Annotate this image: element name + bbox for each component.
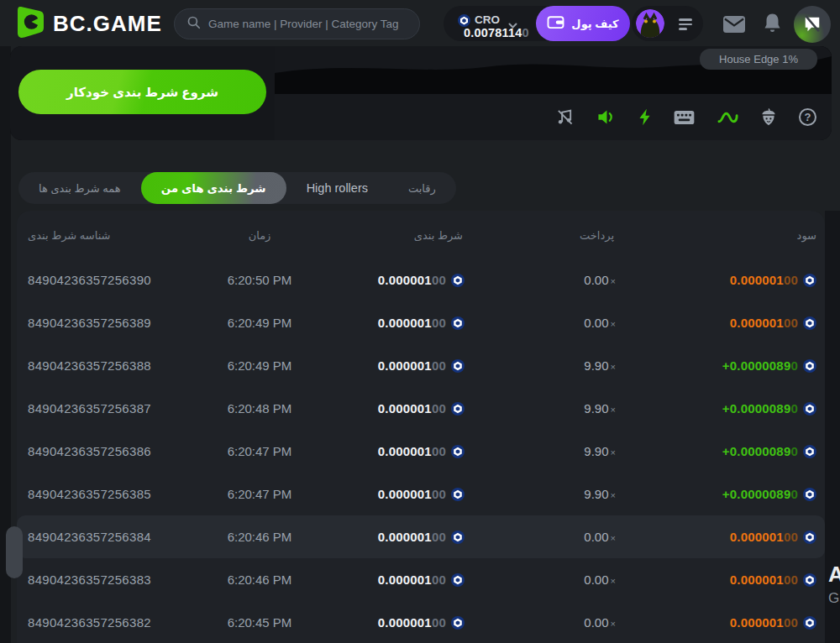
table-row[interactable]: 84904236357256382 6:20:45 PM 0.00000100 … bbox=[17, 601, 825, 643]
cro-coin-icon bbox=[451, 316, 465, 330]
house-edge-badge: House Edge 1% bbox=[700, 49, 817, 70]
search-input[interactable] bbox=[208, 18, 407, 30]
col-payout: پرداخت bbox=[580, 211, 614, 259]
bet-time: 6:20:47 PM bbox=[192, 473, 327, 515]
bet-time: 6:20:46 PM bbox=[192, 515, 327, 558]
game-search[interactable] bbox=[174, 8, 420, 39]
cro-coin-icon bbox=[803, 445, 816, 458]
autobet-section: شروع شرط بندی خودکار bbox=[10, 46, 275, 140]
bet-id: 84904236357256389 bbox=[28, 301, 151, 344]
bet-profit: +0.00000890 bbox=[722, 344, 816, 387]
bet-time: 6:20:46 PM bbox=[192, 558, 327, 601]
my-bets-table: شناسه شرط بندی زمان شرط بندی پرداخت سود … bbox=[17, 211, 825, 643]
col-bet-id: شناسه شرط بندی bbox=[28, 211, 111, 259]
cro-coin-icon bbox=[803, 316, 816, 330]
tab-competition[interactable]: رقابت bbox=[388, 172, 456, 204]
bet-profit: 0.00000100 bbox=[730, 558, 816, 601]
bet-profit: 0.00000100 bbox=[730, 301, 816, 344]
bet-payout: 0.00× bbox=[584, 558, 616, 601]
bet-profit: +0.00000890 bbox=[722, 387, 816, 430]
table-row-highlighted[interactable]: 84904236357256384 6:20:46 PM 0.00000100 … bbox=[17, 515, 825, 558]
cro-coin-icon bbox=[803, 488, 816, 501]
bet-time: 6:20:49 PM bbox=[192, 344, 327, 387]
bet-profit: 0.00000100 bbox=[730, 601, 816, 643]
trends-icon[interactable] bbox=[717, 111, 738, 124]
bet-amount: 0.00000100 bbox=[378, 430, 465, 473]
bet-amount: 0.00000100 bbox=[378, 601, 465, 643]
cro-coin-icon bbox=[451, 488, 465, 501]
turbo-bolt-icon[interactable] bbox=[638, 108, 651, 126]
music-off-icon[interactable] bbox=[556, 108, 574, 126]
sound-icon[interactable] bbox=[596, 108, 616, 126]
wallet-button[interactable]: کیف پول bbox=[536, 6, 630, 41]
fairness-acorn-icon[interactable] bbox=[761, 108, 776, 126]
bet-payout: 9.90× bbox=[584, 430, 616, 473]
bet-payout: 0.00× bbox=[584, 515, 616, 558]
tab-all-bets[interactable]: همه شرط بندی ها bbox=[18, 172, 141, 204]
hotkeys-keyboard-icon[interactable] bbox=[674, 110, 695, 125]
bet-amount: 0.00000100 bbox=[378, 344, 465, 387]
cro-coin-icon bbox=[451, 402, 465, 416]
bet-time: 6:20:49 PM bbox=[192, 301, 327, 344]
col-bet: شرط بندی bbox=[414, 211, 463, 259]
table-row[interactable]: 84904236357256388 6:20:49 PM 0.00000100 … bbox=[17, 344, 825, 387]
clipped-text: G bbox=[828, 590, 839, 607]
bet-amount: 0.00000100 bbox=[378, 515, 465, 558]
cro-coin-icon bbox=[803, 274, 816, 287]
bet-id: 84904236357256388 bbox=[28, 344, 151, 387]
table-header-row: شناسه شرط بندی زمان شرط بندی پرداخت سود bbox=[17, 211, 825, 259]
bet-id: 84904236357256383 bbox=[28, 558, 151, 601]
start-autobet-button[interactable]: شروع شرط بندی خودکار bbox=[18, 70, 266, 114]
table-row[interactable]: 84904236357256383 6:20:46 PM 0.00000100 … bbox=[17, 558, 825, 601]
bell-icon[interactable] bbox=[764, 13, 781, 37]
vertical-scrollbar-thumb[interactable] bbox=[6, 526, 23, 578]
cro-coin-icon bbox=[451, 359, 465, 373]
help-icon[interactable]: ? bbox=[799, 108, 816, 126]
bcgame-logo-icon bbox=[13, 5, 45, 42]
cro-coin-icon bbox=[803, 359, 816, 373]
wallet-button-label: کیف پول bbox=[571, 18, 618, 30]
currency-selector[interactable]: CRO 0.00781140 کیف پول bbox=[444, 6, 630, 41]
cro-coin-icon bbox=[451, 531, 465, 544]
bet-time: 6:20:47 PM bbox=[192, 430, 327, 473]
bet-amount: 0.00000100 bbox=[378, 387, 465, 430]
bet-time: 6:20:50 PM bbox=[192, 259, 327, 301]
cro-coin-icon bbox=[803, 531, 816, 544]
bet-profit: 0.00000100 bbox=[730, 515, 816, 558]
chat-toggle-icon[interactable] bbox=[794, 6, 831, 43]
table-row[interactable]: 84904236357256387 6:20:48 PM 0.00000100 … bbox=[17, 387, 825, 430]
bet-payout: 9.90× bbox=[584, 473, 616, 515]
bet-amount: 0.00000100 bbox=[378, 301, 465, 344]
cro-coin-icon bbox=[451, 573, 465, 587]
tab-my-bets[interactable]: شرط بندی های من bbox=[141, 172, 286, 204]
bet-id: 84904236357256387 bbox=[28, 387, 151, 430]
bet-amount: 0.00000100 bbox=[378, 558, 465, 601]
bet-amount: 0.00000100 bbox=[378, 259, 465, 301]
mail-icon[interactable] bbox=[723, 16, 745, 36]
cro-coin-icon bbox=[803, 573, 816, 587]
col-time: زمان bbox=[192, 211, 327, 259]
bets-tab-bar: همه شرط بندی ها شرط بندی های من High rol… bbox=[18, 172, 456, 204]
bet-id: 84904236357256384 bbox=[28, 515, 151, 558]
tab-high-rollers[interactable]: High rollers bbox=[286, 172, 388, 204]
bcgame-logo[interactable]: BC.GAME bbox=[13, 6, 162, 41]
cro-coin-icon bbox=[451, 445, 465, 458]
bet-payout: 9.90× bbox=[584, 387, 616, 430]
cro-coin-icon bbox=[803, 616, 816, 630]
profile-menu[interactable] bbox=[632, 6, 703, 41]
table-row[interactable]: 84904236357256385 6:20:47 PM 0.00000100 … bbox=[17, 473, 825, 515]
bet-time: 6:20:48 PM bbox=[192, 387, 327, 430]
bet-id: 84904236357256386 bbox=[28, 430, 151, 473]
top-header: BC.GAME CRO 0.00781140 کیف پول bbox=[0, 0, 840, 46]
wallet-balance: 0.00781140 bbox=[464, 26, 529, 39]
table-row[interactable]: 84904236357256389 6:20:49 PM 0.00000100 … bbox=[17, 301, 825, 344]
cro-coin-icon bbox=[451, 616, 465, 630]
game-toolbar: ? bbox=[275, 94, 832, 140]
table-row[interactable]: 84904236357256390 6:20:50 PM 0.00000100 … bbox=[17, 259, 825, 301]
table-row[interactable]: 84904236357256386 6:20:47 PM 0.00000100 … bbox=[17, 430, 825, 473]
bet-amount: 0.00000100 bbox=[378, 473, 465, 515]
right-clipped-panel: A G bbox=[825, 211, 840, 643]
bet-profit: +0.00000890 bbox=[722, 473, 816, 515]
search-icon bbox=[186, 15, 201, 33]
currency-code: CRO bbox=[475, 13, 500, 26]
